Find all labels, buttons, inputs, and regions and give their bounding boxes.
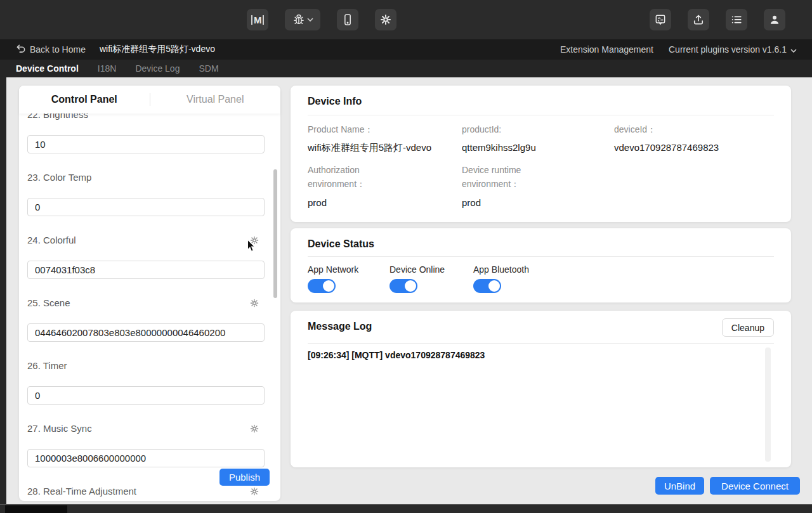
dp-gear-scene[interactable] — [249, 298, 259, 308]
miniapp-button[interactable]: M — [247, 9, 268, 30]
app-network-label: App Network — [308, 264, 358, 275]
nav-left: Back to Home wifi标准群组专用5路灯-vdevo — [16, 44, 215, 55]
publish-button[interactable]: Publish — [219, 469, 270, 486]
back-to-home-label: Back to Home — [30, 44, 86, 55]
back-arrow-icon — [16, 44, 25, 55]
dp-input-colorful[interactable] — [27, 261, 265, 279]
message-log-card: Message Log Cleanup [09:26:34] [MQTT] vd… — [291, 311, 791, 467]
runtime-env-value: prod — [462, 197, 481, 208]
user-icon — [768, 13, 781, 26]
auth-env-value: prod — [308, 197, 327, 208]
panel-scrollbar-thumb[interactable] — [273, 169, 277, 298]
toggle-knob — [323, 280, 334, 292]
tab-sdm[interactable]: SDM — [199, 63, 218, 74]
tab-control-panel[interactable]: Control Panel — [19, 94, 150, 105]
dp-label-timer: 26. Timer — [27, 360, 272, 373]
device-id-value: vdevo170928787469823 — [614, 142, 719, 153]
top-toolbar: M — [0, 0, 812, 39]
auth-env-label: Authorization environment： — [308, 163, 412, 191]
cleanup-button[interactable]: Cleanup — [722, 318, 774, 337]
feedback-button[interactable] — [650, 9, 671, 30]
product-name-label: Product Name： — [308, 122, 373, 136]
panel-tabs: Control Panel Virtual Panel — [19, 86, 280, 114]
runtime-env-label: Device runtime environment： — [462, 163, 566, 191]
feedback-icon — [654, 13, 667, 26]
dp-label-brightness: 22. Brightness — [27, 114, 272, 122]
dp-list: 22. Brightness 23. Color Temp 24. Colorf… — [19, 114, 280, 501]
toggle-knob — [488, 280, 500, 292]
unbind-button[interactable]: UnBind — [655, 477, 704, 495]
dp-label-colorful-text: 24. Colorful — [27, 235, 76, 245]
device-status-card: Device Status App Network Device Online … — [291, 228, 791, 302]
device-status-title: Device Status — [308, 238, 374, 250]
product-name-value: wifi标准群组专用5路灯-vdevo — [308, 142, 431, 154]
divider — [308, 256, 774, 257]
dp-input-scene[interactable] — [27, 323, 265, 342]
tab-i18n[interactable]: I18N — [98, 63, 117, 74]
tab-virtual-panel[interactable]: Virtual Panel — [150, 94, 281, 105]
app-bluetooth-toggle[interactable] — [473, 279, 501, 293]
device-info-card: Device Info Product Name： productId: dev… — [291, 86, 791, 222]
toolbar-right-group — [650, 9, 785, 30]
device-online-label: Device Online — [390, 264, 445, 275]
nav-right: Extension Management Current plugins ver… — [560, 44, 797, 55]
device-info-title: Device Info — [308, 96, 362, 107]
tab-device-control[interactable]: Device Control — [16, 63, 79, 74]
device-title: wifi标准群组专用5路灯-vdevo — [100, 44, 215, 55]
mobile-preview-button[interactable] — [337, 9, 358, 30]
toolbar-left-group: M — [247, 9, 396, 30]
app-bluetooth-label: App Bluetooth — [473, 264, 529, 275]
back-to-home-link[interactable]: Back to Home — [16, 44, 86, 55]
dp-input-color-temp[interactable] — [27, 198, 265, 216]
upload-button[interactable] — [688, 9, 709, 30]
debug-bug-icon — [292, 13, 305, 26]
dp-gear-colorful[interactable] — [249, 235, 259, 245]
mobile-icon — [341, 13, 354, 26]
control-panel-card: Control Panel Virtual Panel 22. Brightne… — [19, 86, 280, 501]
divider — [308, 115, 774, 115]
device-online-toggle[interactable] — [390, 279, 417, 293]
plugins-version-dropdown[interactable]: Current plugins version v1.6.1 — [669, 44, 797, 55]
toggle-knob — [405, 280, 416, 292]
plugins-version-label: Current plugins version v1.6.1 — [669, 44, 787, 55]
dp-label-scene: 25. Scene — [27, 297, 272, 310]
dp-label-color-temp: 23. Color Temp — [27, 172, 272, 185]
app-network-toggle[interactable] — [308, 279, 336, 293]
dp-input-timer[interactable] — [27, 386, 265, 405]
main-tab-bar: Device Control I18N Device Log SDM — [0, 60, 812, 77]
product-id-value: qttem9kihss2lg9u — [462, 142, 536, 153]
dp-label-music-sync-text: 27. Music Sync — [27, 423, 92, 434]
dp-gear-realtime-adjustment[interactable] — [249, 486, 259, 497]
dp-input-music-sync[interactable] — [27, 449, 265, 467]
nav-bar: Back to Home wifi标准群组专用5路灯-vdevo Extensi… — [0, 39, 812, 60]
log-scrollbar-track[interactable] — [765, 347, 771, 462]
dp-gear-music-sync[interactable] — [249, 424, 259, 434]
horizontal-scrollbar — [0, 504, 812, 513]
account-button[interactable] — [764, 9, 785, 30]
logs-button[interactable] — [726, 9, 747, 30]
horizontal-scrollbar-thumb[interactable] — [5, 505, 67, 513]
debug-button[interactable] — [285, 9, 320, 30]
settings-button[interactable] — [375, 9, 396, 30]
device-connect-button[interactable]: Device Connect — [710, 477, 800, 495]
dp-label-realtime-adjustment: 28. Real-Time Adjustment — [27, 486, 272, 498]
settings-gear-icon — [379, 13, 392, 26]
dp-label-music-sync: 27. Music Sync — [27, 423, 272, 436]
device-id-label: deviceId： — [614, 122, 656, 136]
dp-label-realtime-adjustment-text: 28. Real-Time Adjustment — [27, 486, 136, 497]
list-icon — [730, 13, 743, 26]
window-left-edge — [0, 77, 6, 504]
chevron-down-icon — [790, 44, 797, 55]
tab-device-log[interactable]: Device Log — [135, 63, 180, 74]
upload-icon — [692, 13, 705, 26]
divider — [308, 343, 774, 344]
product-id-label: productId: — [462, 122, 501, 136]
miniapp-icon: M — [251, 15, 264, 25]
dp-label-colorful: 24. Colorful — [27, 235, 272, 247]
dp-label-scene-text: 25. Scene — [27, 297, 70, 308]
message-log-title: Message Log — [308, 321, 372, 332]
dp-input-brightness[interactable] — [27, 135, 265, 153]
chevron-down-icon — [307, 18, 313, 22]
log-entry: [09:26:34] [MQTT] vdevo170928787469823 — [308, 350, 485, 360]
extension-management-link[interactable]: Extension Management — [560, 44, 653, 55]
